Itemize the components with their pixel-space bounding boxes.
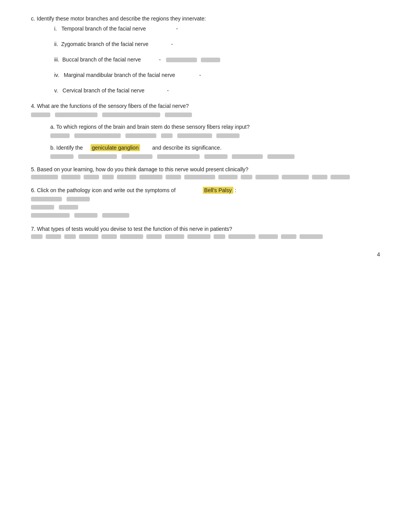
q4a-blurred3: [125, 133, 156, 138]
q7-blurred14: [300, 234, 323, 239]
q7-blurred6: [120, 234, 143, 239]
q7-label: 7. What types of tests would you devise …: [31, 226, 380, 232]
question-4a: a. To which regions of the brain and bra…: [50, 124, 380, 138]
q6-answer3: [31, 212, 380, 218]
branch-iv-label: iv. Marginal mandibular branch of the fa…: [54, 72, 380, 78]
branch-iii-text: Buccal branch of the facial nerve: [62, 56, 141, 63]
q6-blurred6: [74, 213, 98, 218]
q4b-blurred2: [78, 154, 117, 159]
q5-blurred1: [31, 175, 58, 179]
q4b-label: b. Identify the geniculate ganglion and …: [50, 145, 380, 151]
q6-blurred3: [31, 205, 54, 210]
branch-ii-text: Zygomatic branch of the facial nerve: [61, 41, 149, 47]
q4-blurred4: [165, 113, 192, 117]
q4b-answer: [50, 153, 380, 159]
q6-blurred1: [31, 197, 62, 201]
q5-blurred8: [184, 175, 215, 179]
page-number: 4: [377, 251, 380, 257]
q6-blurred5: [31, 213, 70, 218]
q4b-blurred4: [157, 154, 200, 159]
branch-ii: ii. Zygomatic branch of the facial nerve…: [54, 41, 380, 47]
q4a-blurred5: [177, 133, 212, 138]
branch-i-roman: i.: [54, 26, 60, 32]
branch-i-label: i. Temporal branch of the facial nerve -: [54, 26, 380, 32]
branch-iii-dash: -: [142, 56, 161, 63]
q6-blurred2: [67, 197, 90, 201]
branch-v-text: Cervical branch of the facial nerve: [63, 87, 145, 94]
q4b-rest: and describe its significance.: [152, 145, 221, 151]
branch-i-dash: -: [147, 26, 178, 32]
q5-label: 5. Based on your learning, how do you th…: [31, 166, 380, 172]
branch-i-text: Temporal branch of the facial nerve: [61, 26, 146, 32]
q4-answer-block: [31, 111, 380, 118]
branch-v-roman: v.: [54, 87, 61, 94]
q7-blurred13: [281, 234, 296, 239]
branch-v-dash: -: [146, 87, 169, 94]
q4-blurred3: [102, 113, 160, 117]
q5-blurred4: [102, 175, 114, 179]
q4a-answer: [50, 132, 380, 138]
q4b-highlight: geniculate ganglion: [91, 144, 140, 151]
q4b-blurred6: [232, 154, 263, 159]
q5-blurred13: [312, 175, 327, 179]
q5-blurred14: [331, 175, 350, 179]
branch-ii-dash: -: [150, 41, 173, 47]
q5-blurred5: [117, 175, 136, 179]
q7-blurred7: [146, 234, 162, 239]
q4a-blurred4: [161, 133, 173, 138]
q6-blurred4: [59, 205, 78, 210]
q7-blurred8: [165, 234, 184, 239]
q4a-blurred2: [74, 133, 121, 138]
q6-answer1: [31, 196, 380, 202]
q4a-blurred1: [50, 133, 70, 138]
q6-blurred7: [102, 213, 129, 218]
branch-iii-inline-blurred2: [201, 58, 220, 62]
question-4: 4. What are the functions of the sensory…: [31, 103, 380, 118]
q6-colon: :: [235, 187, 236, 193]
q7-blurred11: [228, 234, 255, 239]
branch-iv-dash: -: [176, 72, 201, 78]
q4b-blurred3: [122, 154, 152, 159]
q5-blurred12: [282, 175, 309, 179]
question-5: 5. Based on your learning, how do you th…: [31, 166, 380, 179]
branch-iv-text: Marginal mandibular branch of the facial…: [64, 72, 175, 78]
q7-blurred3: [64, 234, 76, 239]
q5-blurred9: [218, 175, 238, 179]
q4b-prefix: b. Identify the: [50, 145, 83, 151]
q7-blurred10: [214, 234, 225, 239]
q4-blurred2: [55, 113, 98, 117]
q4a-blurred6: [216, 133, 240, 138]
c-label: c. Identify these motor branches and des…: [31, 15, 380, 22]
branch-ii-label: ii. Zygomatic branch of the facial nerve…: [54, 41, 380, 47]
page-container: c. Identify these motor branches and des…: [0, 0, 411, 269]
q6-answer2: [31, 204, 380, 210]
branch-iv-roman: iv.: [54, 72, 62, 78]
branch-ii-roman: ii.: [54, 41, 60, 47]
q5-blurred11: [255, 175, 279, 179]
q4-text: 4. What are the functions of the sensory…: [31, 103, 189, 109]
q5-answer: [31, 175, 380, 179]
q6-label: 6. Click on the pathology icon and write…: [31, 187, 380, 193]
q4a-label: a. To which regions of the brain and bra…: [50, 124, 380, 130]
q5-blurred10: [241, 175, 252, 179]
question-6: 6. Click on the pathology icon and write…: [31, 187, 380, 218]
section-c: c. Identify these motor branches and des…: [31, 15, 380, 94]
question-4b: b. Identify the geniculate ganglion and …: [50, 145, 380, 159]
branch-iv: iv. Marginal mandibular branch of the fa…: [54, 72, 380, 78]
q7-blurred4: [79, 234, 98, 239]
q7-answer: [31, 234, 380, 239]
q5-blurred2: [61, 175, 80, 179]
q4b-blurred1: [50, 154, 74, 159]
branch-iii-inline-blurred1: [166, 58, 197, 62]
q6-highlight: Bell's Palsy: [203, 187, 233, 194]
branch-iii: iii. Buccal branch of the facial nerve -: [54, 56, 380, 63]
q7-blurred2: [46, 234, 61, 239]
q7-blurred1: [31, 234, 43, 239]
q7-blurred5: [101, 234, 117, 239]
q5-blurred3: [84, 175, 99, 179]
q4-label: 4. What are the functions of the sensory…: [31, 103, 380, 109]
q4b-blurred7: [267, 154, 295, 159]
q4-blurred1: [31, 113, 50, 117]
q7-blurred12: [259, 234, 278, 239]
branch-iii-label: iii. Buccal branch of the facial nerve -: [54, 56, 380, 63]
